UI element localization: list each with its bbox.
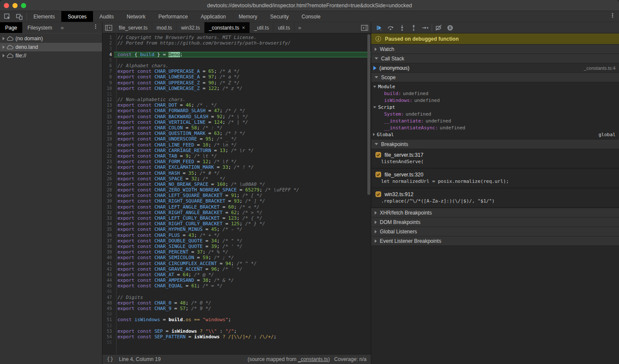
scope-section-script[interactable]: Script <box>371 104 619 110</box>
gutter-line-number[interactable]: 48 <box>102 300 114 306</box>
code-line-text[interactable] <box>114 311 371 317</box>
gutter-line-number[interactable]: 8 <box>102 74 114 80</box>
code-line-text[interactable]: export const CHAR_HASH = 35; /* # */ <box>114 170 371 176</box>
gutter-line-number[interactable]: 23 <box>102 159 114 164</box>
gutter-line-number[interactable]: 3 <box>102 46 114 51</box>
section-dom-breakpoints[interactable]: DOM Breakpoints <box>371 218 619 227</box>
code-line-text[interactable]: export const CHAR_0 = 48; /* 0 */ <box>114 300 371 306</box>
tab-page[interactable]: Page <box>0 22 22 33</box>
gutter-line-number[interactable]: 46 <box>102 289 114 294</box>
code-line-text[interactable]: export const CHAR_FORM_FEED = 12; /* \f … <box>114 159 371 164</box>
code-line-text[interactable]: const { build } = Deno; <box>114 52 371 57</box>
code-line-text[interactable]: export const CHAR_FORWARD_SLASH = 47; /*… <box>114 108 371 113</box>
section-global-listeners[interactable]: Global Listeners <box>371 227 619 236</box>
code-line-text[interactable]: export const CHAR_EQUAL = 61; /* = */ <box>114 283 371 289</box>
gutter-line-number[interactable]: 52 <box>102 323 114 328</box>
code-line-text[interactable]: export const CHAR_SINGLE_QUOTE = 39; /* … <box>114 244 371 249</box>
file-tab-_constants-ts[interactable]: _constants.ts× <box>204 22 249 33</box>
code-line-text[interactable]: export const CHAR_NO_BREAK_SPACE = 160; … <box>114 182 371 187</box>
code-line-text[interactable] <box>114 340 371 345</box>
code-line-text[interactable]: // Non-alphabetic chars. <box>114 97 371 102</box>
tab-elements[interactable]: Elements <box>27 11 61 22</box>
code-line-text[interactable]: export const CHAR_9 = 57; /* 9 */ <box>114 306 371 311</box>
gutter-line-number[interactable]: 20 <box>102 142 114 148</box>
gutter-line-number[interactable]: 18 <box>102 131 114 136</box>
gutter-line-number[interactable]: 53 <box>102 328 114 334</box>
gutter-line-number[interactable]: 55 <box>102 340 114 345</box>
gutter-line-number[interactable]: 10 <box>102 86 114 91</box>
code-line-text[interactable]: export const CHAR_EXCLAMATION_MARK = 33;… <box>114 164 371 170</box>
gutter-line-number[interactable]: 9 <box>102 80 114 86</box>
gutter-line-number[interactable]: 43 <box>102 272 114 277</box>
code-line-text[interactable] <box>114 46 371 51</box>
gutter-line-number[interactable]: 40 <box>102 255 114 260</box>
code-line-text[interactable]: export const CHAR_GRAVE_ACCENT = 96; /* … <box>114 266 371 272</box>
gutter-line-number[interactable]: 36 <box>102 233 114 238</box>
gutter-line-number[interactable]: 2 <box>102 40 114 46</box>
code-line-text[interactable]: export const CHAR_UPPERCASE_Z = 90; /* Z… <box>114 80 371 86</box>
tab-audits[interactable]: Audits <box>93 11 120 22</box>
gutter-line-number[interactable]: 28 <box>102 187 114 193</box>
show-debugger-sidebar-icon[interactable] <box>361 22 371 33</box>
code-line-text[interactable]: export const CHAR_UNDERSCORE = 95; /* _ … <box>114 136 371 142</box>
gutter-line-number[interactable]: 17 <box>102 125 114 131</box>
tab-memory[interactable]: Memory <box>232 11 264 22</box>
pretty-print-icon[interactable]: {} <box>107 356 114 362</box>
gutter-line-number[interactable]: 47 <box>102 295 114 300</box>
gutter-line-number[interactable]: 12 <box>102 97 114 102</box>
gutter-line-number[interactable]: 51 <box>102 317 114 322</box>
code-line-text[interactable]: export const CHAR_TAB = 9; /* \t */ <box>114 153 371 159</box>
code-line-text[interactable]: export const CHAR_RIGHT_SQUARE_BRACKET =… <box>114 198 371 204</box>
gutter-line-number[interactable]: 22 <box>102 153 114 159</box>
code-line-text[interactable]: export const CHAR_LEFT_CURLY_BRACKET = 1… <box>114 215 371 221</box>
gutter-line-number[interactable]: 34 <box>102 221 114 227</box>
source-editor[interactable]: 1// Copyright the Browserify authors. MI… <box>102 33 371 354</box>
breakpoint-checkbox[interactable] <box>376 152 381 158</box>
more-file-tabs-icon[interactable]: » <box>294 22 304 33</box>
file-tab-_util-ts[interactable]: _util.ts <box>250 22 274 33</box>
tree-item-file-[interactable]: file:// <box>0 51 102 60</box>
section-breakpoints[interactable]: Breakpoints <box>371 140 619 149</box>
tab-console[interactable]: Console <box>295 11 327 22</box>
zoom-window-button[interactable] <box>21 3 26 8</box>
code-line-text[interactable]: export const CHAR_PLUS = 43; /* + */ <box>114 233 371 238</box>
file-tab-util-ts[interactable]: util.ts <box>273 22 294 33</box>
scope-property[interactable]: build: undefined <box>371 90 619 97</box>
code-line-text[interactable]: export const CHAR_AT = 64; /* @ */ <box>114 272 371 277</box>
breakpoint-checkbox[interactable] <box>376 191 381 197</box>
code-line-text[interactable]: export const CHAR_QUESTION_MARK = 63; /*… <box>114 131 371 136</box>
breakpoint-snippet[interactable]: listenAndServe( <box>371 158 619 165</box>
tab-filesystem[interactable]: Filesystem <box>22 22 57 33</box>
code-line-text[interactable]: export const CHAR_BACKWARD_SLASH = 92; /… <box>114 114 371 119</box>
tree-item-deno-land[interactable]: deno.land <box>0 43 102 51</box>
gutter-line-number[interactable]: 49 <box>102 306 114 311</box>
gutter-line-number[interactable]: 29 <box>102 193 114 198</box>
gutter-line-number[interactable]: 41 <box>102 261 114 266</box>
code-line-text[interactable]: export const CHAR_DOT = 46; /* . */ <box>114 102 371 108</box>
gutter-line-number[interactable]: 1 <box>102 35 114 40</box>
scope-property[interactable]: System: undefined <box>371 110 619 117</box>
breakpoint-location[interactable]: file_server.ts:317 <box>385 152 424 158</box>
scope-property[interactable]: isWindows: undefined <box>371 97 619 104</box>
editor-scrollbar[interactable] <box>367 33 371 354</box>
code-line-text[interactable]: export const CHAR_LOWERCASE_A = 97; /* a… <box>114 74 371 80</box>
tab-application[interactable]: Application <box>194 11 232 22</box>
gutter-line-number[interactable]: 45 <box>102 283 114 289</box>
code-line-text[interactable] <box>114 91 371 97</box>
gutter-line-number[interactable]: 33 <box>102 215 114 221</box>
gutter-line-number[interactable]: 54 <box>102 334 114 340</box>
call-stack-frame[interactable]: (anonymous)_constants.ts:4 <box>371 63 619 73</box>
code-line-text[interactable]: // Digits <box>114 295 371 300</box>
tab-security[interactable]: Security <box>264 11 295 22</box>
code-line-text[interactable]: export const SEP_PATTERN = isWindows ? /… <box>114 334 371 340</box>
gutter-line-number[interactable]: 14 <box>102 108 114 113</box>
breakpoint-checkbox[interactable] <box>376 172 381 177</box>
gutter-line-number[interactable]: 39 <box>102 249 114 255</box>
step-into-icon[interactable] <box>397 24 407 32</box>
code-line-text[interactable]: export const CHAR_PERCENT = 37; /* % */ <box>114 249 371 255</box>
section-event-listener-breakpoints[interactable]: Event Listener Breakpoints <box>371 236 619 246</box>
code-line-text[interactable]: export const CHAR_AMPERSAND = 38; /* & *… <box>114 277 371 283</box>
gutter-line-number[interactable]: 4 <box>102 52 114 57</box>
code-line-text[interactable] <box>114 323 371 328</box>
step-out-icon[interactable] <box>409 24 419 32</box>
